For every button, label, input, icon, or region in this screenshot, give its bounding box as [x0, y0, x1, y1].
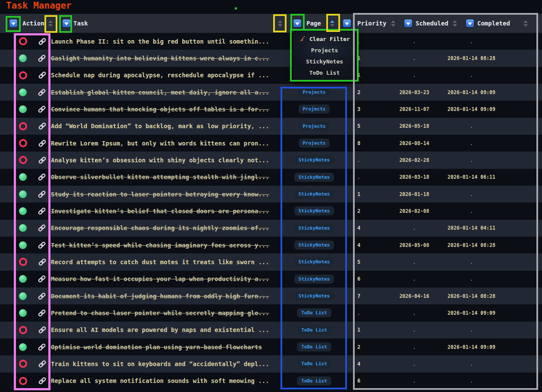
- attachment-link-icon[interactable]: [37, 274, 47, 284]
- task-sort-icon[interactable]: [277, 18, 283, 28]
- attachment-link-icon[interactable]: [38, 257, 47, 267]
- task-text[interactable]: Ensure all AI models are powered by naps…: [51, 326, 269, 333]
- task-filter-icon[interactable]: [63, 19, 70, 27]
- attachment-link-icon[interactable]: [37, 342, 47, 352]
- menu-item-page-option[interactable]: Projects: [293, 44, 356, 56]
- status-done-icon[interactable]: [19, 241, 27, 249]
- page-cell: ToDo List: [280, 376, 349, 386]
- page-chip[interactable]: StickyNotes: [294, 257, 334, 266]
- menu-item-page-option[interactable]: ToDo List: [293, 67, 356, 78]
- status-done-icon[interactable]: [19, 275, 27, 283]
- task-text[interactable]: Document its habit of judging humans fro…: [51, 293, 269, 300]
- status-done-icon[interactable]: [19, 89, 27, 96]
- task-text[interactable]: Record attempts to catch dust motes it t…: [51, 259, 269, 266]
- task-text[interactable]: Encourage responsible chaos during its n…: [51, 224, 269, 231]
- status-open-icon[interactable]: [19, 360, 27, 368]
- task-text[interactable]: Add “World Domination” to backlog, mark …: [51, 123, 269, 130]
- status-done-icon[interactable]: [19, 190, 27, 198]
- page-filter-icon[interactable]: [293, 19, 301, 27]
- attachment-link-icon[interactable]: [38, 376, 47, 386]
- status-done-icon[interactable]: [19, 309, 27, 317]
- page-chip[interactable]: Projects: [299, 88, 330, 97]
- attachment-link-icon[interactable]: [38, 139, 47, 148]
- status-open-icon[interactable]: [19, 139, 27, 147]
- task-text[interactable]: Rewrite Lorem Ipsum, but only with words…: [51, 140, 269, 147]
- status-open-icon[interactable]: [19, 377, 27, 385]
- page-chip[interactable]: Projects: [299, 122, 330, 131]
- attachment-link-icon[interactable]: [37, 190, 47, 199]
- task-text[interactable]: Analyse kitten’s obsession with shiny ob…: [51, 157, 269, 164]
- task-text[interactable]: Gaslight humanity into believing kittens…: [51, 55, 269, 62]
- status-open-icon[interactable]: [19, 37, 27, 45]
- task-text[interactable]: Train kittens to sit on keyboards and “a…: [51, 360, 269, 367]
- attachment-link-icon[interactable]: [38, 37, 47, 46]
- task-text[interactable]: Optimise world domination plan using yar…: [51, 344, 262, 351]
- task-text[interactable]: Study its reaction to laser pointers bet…: [51, 191, 269, 198]
- attachment-link-icon[interactable]: [38, 325, 47, 335]
- task-text[interactable]: Test kitten’s speed while chasing imagin…: [51, 242, 269, 249]
- attachment-link-icon[interactable]: [37, 240, 47, 250]
- attachment-link-icon[interactable]: [37, 206, 47, 216]
- status-open-icon[interactable]: [19, 258, 27, 266]
- status-open-icon[interactable]: [19, 122, 27, 130]
- task-text[interactable]: Measure how fast it occupies your lap wh…: [51, 275, 269, 282]
- status-open-icon[interactable]: [19, 156, 27, 164]
- status-open-icon[interactable]: [19, 326, 27, 334]
- completed-cell: 2026-01-14 08:28: [440, 55, 503, 61]
- status-open-icon[interactable]: [19, 71, 27, 79]
- page-chip[interactable]: StickyNotes: [294, 155, 334, 164]
- action-sort-icon[interactable]: [47, 18, 54, 28]
- attachment-link-icon[interactable]: [37, 291, 47, 301]
- task-text[interactable]: Replace all system notification sounds w…: [51, 377, 269, 384]
- attachment-link-icon[interactable]: [37, 308, 47, 318]
- attachment-link-icon[interactable]: [38, 70, 47, 80]
- page-chip[interactable]: ToDo List: [297, 376, 331, 386]
- attachment-link-icon[interactable]: [37, 223, 47, 233]
- priority-sort-icon[interactable]: [390, 18, 396, 28]
- priority-filter-icon[interactable]: [343, 19, 351, 27]
- status-done-icon[interactable]: [19, 343, 27, 351]
- scheduled-filter-icon[interactable]: [404, 19, 412, 27]
- status-done-icon[interactable]: [19, 207, 27, 215]
- action-filter-icon[interactable]: [9, 19, 17, 27]
- page-chip[interactable]: ToDo List: [297, 308, 331, 317]
- task-text[interactable]: Schedule nap during apocalypse, reschedu…: [51, 72, 269, 79]
- page-chip[interactable]: Projects: [299, 104, 330, 114]
- task-text[interactable]: Launch Phase II: sit on the big red butt…: [51, 38, 269, 45]
- attachment-link-icon[interactable]: [38, 155, 47, 165]
- status-done-icon[interactable]: [19, 54, 27, 62]
- page-chip[interactable]: ToDo List: [297, 342, 331, 351]
- menu-item-clear-filter[interactable]: Clear Filter: [293, 33, 356, 44]
- status-done-icon[interactable]: [19, 173, 27, 181]
- attachment-link-icon[interactable]: [37, 172, 47, 182]
- menu-item-page-option[interactable]: StickyNotes: [293, 56, 356, 67]
- page-chip[interactable]: StickyNotes: [294, 173, 334, 182]
- status-done-icon[interactable]: [19, 224, 27, 232]
- attachment-link-icon[interactable]: [38, 121, 47, 131]
- task-text[interactable]: Investigate kitten’s belief that closed …: [51, 208, 269, 215]
- task-text[interactable]: Pretend to chase laser pointer while sec…: [51, 310, 269, 316]
- page-chip[interactable]: ToDo List: [297, 326, 331, 335]
- attachment-link-icon[interactable]: [38, 359, 47, 369]
- page-chip[interactable]: Projects: [299, 139, 330, 148]
- scheduled-sort-icon[interactable]: [452, 18, 458, 28]
- page-chip[interactable]: StickyNotes: [294, 206, 334, 215]
- task-text[interactable]: Observe silverbullet kitten attempting s…: [51, 174, 269, 180]
- completed-filter-icon[interactable]: [466, 19, 474, 27]
- task-text[interactable]: Establish global kitten council, meet da…: [51, 89, 269, 96]
- completed-sort-icon[interactable]: [523, 18, 529, 28]
- page-chip[interactable]: StickyNotes: [294, 190, 334, 199]
- page-chip[interactable]: ToDo List: [297, 359, 331, 368]
- task-text[interactable]: Convince humans that knocking objects of…: [51, 106, 269, 113]
- page-chip[interactable]: StickyNotes: [294, 291, 334, 300]
- page-sort-icon[interactable]: [329, 18, 335, 28]
- attachment-link-icon[interactable]: [37, 104, 47, 114]
- page-chip[interactable]: StickyNotes: [294, 224, 334, 233]
- page-chip[interactable]: StickyNotes: [294, 240, 334, 250]
- status-done-icon[interactable]: [19, 292, 27, 300]
- attachment-link-icon[interactable]: [37, 88, 47, 97]
- status-done-icon[interactable]: [19, 105, 27, 113]
- attachment-link-icon[interactable]: [37, 54, 47, 63]
- action-cell: [0, 376, 51, 386]
- page-chip[interactable]: StickyNotes: [294, 275, 334, 284]
